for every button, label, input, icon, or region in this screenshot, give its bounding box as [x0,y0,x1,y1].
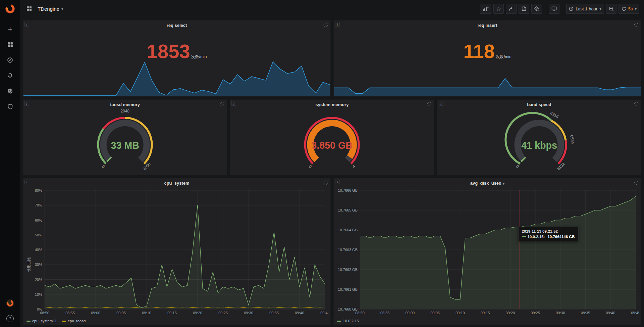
panel-req-insert: i req insert 118次数/min [333,20,641,97]
svg-text:09:35: 09:35 [581,311,590,315]
svg-text:09:05: 09:05 [116,311,126,315]
svg-text:30%: 30% [35,263,42,267]
time-range-label: Last 1 hour [576,6,597,11]
share-button[interactable] [506,4,517,14]
kiosk-mode-button[interactable] [549,4,559,14]
legend-marker [337,321,341,322]
svg-text:09:05: 09:05 [430,311,440,315]
panel-info-icon[interactable]: i [24,101,29,106]
star-icon: ☆ [496,6,501,12]
svg-text:09:20: 09:20 [506,311,515,315]
svg-text:3.850 GB: 3.850 GB [312,140,353,151]
panel-band-speed: i band speed 049166554819241 kbps [437,99,641,175]
create-button[interactable]: + [4,23,16,36]
panel-info-icon[interactable]: i [335,180,340,184]
panel-loading-spinner [323,180,328,185]
zoom-out-button[interactable] [606,4,616,14]
req-select-stat: 1853次数/min [23,42,330,61]
cpu-system-chart[interactable]: 0%10%20%30%40%50%60%70%80%08:5008:5509:0… [29,188,328,316]
panel-title[interactable]: avg_disk_used ▾ [344,181,631,186]
alerting-button[interactable] [4,69,16,82]
avg-disk-used-chart[interactable]: 10.7660 GB10.7661 GB10.7662 GB10.7663 GB… [336,188,639,316]
avatar-icon [6,299,14,308]
bell-icon [7,73,13,79]
svg-text:60%: 60% [35,218,42,222]
panel-info-icon[interactable]: i [24,22,29,27]
refresh-button[interactable]: 5s ▾ [619,4,639,14]
chevron-down-icon: ▾ [503,181,505,185]
svg-text:2048: 2048 [120,109,129,113]
zoom-out-icon [609,6,614,11]
svg-text:08:55: 08:55 [380,311,390,315]
panel-loading-spinner [323,22,328,27]
monitor-icon [551,6,557,11]
system-memory-gauge: 043.850 GB [230,108,434,174]
panel-info-icon[interactable]: i [24,180,29,184]
svg-text:09:10: 09:10 [142,311,151,315]
chart-legend: 10.0.2.15 [337,319,359,323]
svg-text:20%: 20% [35,278,42,282]
panel-system-memory: i system memory 043.850 GB [230,99,434,175]
panel-title[interactable]: system memory [240,102,424,107]
dashboard-grid-icon[interactable] [25,4,34,13]
share-icon [508,6,514,11]
panel-loading-spinner [634,102,639,106]
dashboard-settings-button[interactable] [531,4,542,14]
svg-text:09:45: 09:45 [631,311,639,315]
svg-text:33 MB: 33 MB [111,140,139,151]
panel-avg-disk-used: i avg_disk_used ▾ 10.7660 GB10.7661 GB10… [333,178,641,325]
svg-text:10.7661 GB: 10.7661 GB [338,287,358,291]
star-button[interactable]: ☆ [493,4,504,14]
svg-text:10.7664 GB: 10.7664 GB [338,228,358,232]
taosd-memory-gauge: 02048409633 MB [23,108,227,174]
grafana-logo[interactable] [0,0,20,17]
add-panel-button[interactable] [480,4,491,14]
svg-text:70%: 70% [35,203,42,207]
panel-title[interactable]: taosd memory [33,102,217,107]
legend-item-host[interactable]: 10.0.2.15 [337,319,359,323]
panel-title[interactable]: cpu_system [33,181,320,186]
tooltip-series-value: 10.7664146 GB [547,235,575,239]
panel-title-text: avg_disk_used [470,181,501,186]
panel-info-icon[interactable]: i [335,22,340,27]
req-insert-sparkline [334,56,641,96]
stat-value: 1853 [147,40,190,62]
explore-button[interactable] [4,54,16,66]
gear-icon [7,88,13,94]
panel-title[interactable]: band speed [447,102,631,107]
gear-icon [534,6,539,11]
chart-legend: cpu_system11 cpu_taosd [26,319,86,323]
dashboard-title[interactable]: TDengine ▾ [38,6,63,12]
svg-text:09:00: 09:00 [406,311,415,315]
svg-text:50%: 50% [35,233,42,237]
chevron-down-icon: ▾ [61,7,63,11]
server-admin-button[interactable] [4,100,16,113]
panel-title[interactable]: req insert [344,23,631,28]
panel-info-icon[interactable]: i [231,101,236,106]
configuration-button[interactable] [4,85,16,97]
svg-text:09:45: 09:45 [320,311,328,315]
panel-taosd-memory: i taosd memory 02048409633 MB [23,99,227,175]
save-button[interactable] [519,4,529,14]
help-button[interactable]: ? [6,315,14,322]
user-avatar[interactable] [4,297,16,310]
stat-value: 118 [463,40,495,62]
legend-marker [26,321,31,322]
svg-text:4: 4 [352,164,357,169]
panel-title[interactable]: req select [33,23,320,28]
svg-text:10%: 10% [35,292,42,296]
dashboard-title-text: TDengine [38,6,59,12]
time-range-picker[interactable]: Last 1 hour ▾ [566,4,604,14]
panel-cpu-system: i cpu_system 使用占比 0%10%20%30%40%50%60%70… [23,178,331,325]
refresh-interval-label: 5s [628,6,633,11]
dashboards-button[interactable] [4,38,16,51]
svg-text:09:30: 09:30 [244,311,253,315]
svg-text:09:15: 09:15 [481,311,490,315]
panel-info-icon[interactable]: i [439,101,443,106]
clock-icon [569,6,574,11]
svg-text:09:30: 09:30 [556,311,565,315]
legend-item-cpu-taosd[interactable]: cpu_taosd [62,319,86,323]
refresh-icon [621,6,626,11]
chevron-down-icon: ▾ [599,7,601,11]
legend-item-cpu-system11[interactable]: cpu_system11 [26,319,57,323]
